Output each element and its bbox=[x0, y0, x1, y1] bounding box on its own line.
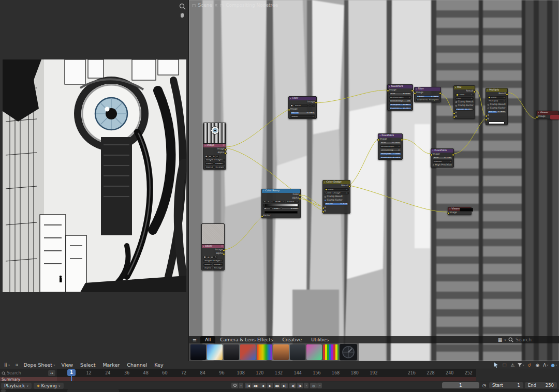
clamp-factor-checkbox[interactable] bbox=[488, 108, 490, 110]
prev-frame-button[interactable]: ◀| bbox=[289, 383, 296, 388]
filter-type-dropdown[interactable]: Diamond Sharpen bbox=[416, 99, 439, 102]
ramp-tools-dropdown[interactable] bbox=[271, 201, 274, 204]
collapse-icon[interactable]: ∨ bbox=[324, 182, 326, 184]
snap-icon[interactable]: ↺ bbox=[526, 362, 533, 369]
display-mode-icon[interactable]: ▦ bbox=[498, 337, 503, 342]
colorspace-dropdown[interactable]: sRGB bbox=[214, 162, 225, 165]
mini-toggle-a[interactable] bbox=[308, 104, 312, 108]
color-mode-dropdown[interactable]: RGB bbox=[274, 201, 286, 204]
add-stop-button[interactable]: + bbox=[263, 201, 267, 204]
socket-a-in[interactable]: A bbox=[323, 206, 350, 209]
asset-thumb-magenta-green[interactable] bbox=[306, 344, 322, 360]
filter-node-sobel[interactable]: ∨Filter Image ▣Filter Image Factor0.333 … bbox=[288, 96, 317, 119]
collapse-icon[interactable]: ∨ bbox=[538, 112, 539, 114]
variation-dropdown[interactable]: Anisotropic bbox=[380, 145, 401, 148]
clamp-result-checkbox[interactable] bbox=[325, 196, 327, 198]
alpha-dropdown[interactable]: Straight bbox=[213, 267, 223, 270]
paper-image-node[interactable]: ∨paper× Image Alpha ▣▤▥× Single Image Co… bbox=[201, 223, 225, 270]
blend-mode-dropdown[interactable]: Multiply bbox=[488, 100, 506, 103]
end-frame-field[interactable]: End250 bbox=[525, 382, 557, 388]
next-frame-button[interactable]: |▶ bbox=[297, 383, 303, 388]
filter-funnel-icon[interactable]: ∨ bbox=[518, 362, 524, 369]
play-reverse-button[interactable]: ◀ bbox=[259, 383, 266, 388]
playback-sync-button[interactable]: ◎ bbox=[310, 383, 317, 388]
filter-type-dropdown[interactable]: Sobel bbox=[290, 115, 315, 118]
auto-keying-dropdown[interactable] bbox=[239, 383, 243, 388]
chevron-down-icon[interactable]: ∨ bbox=[504, 338, 506, 341]
blend-mode-dropdown[interactable]: Mix bbox=[455, 97, 474, 100]
open-icon[interactable]: ▥ bbox=[212, 155, 215, 158]
menu-view[interactable]: View bbox=[58, 362, 77, 368]
socket-image[interactable]: Image bbox=[415, 91, 440, 95]
pos-value-field[interactable]: 0.000 bbox=[282, 207, 299, 210]
menu-key[interactable]: Key bbox=[151, 362, 166, 368]
start-frame-field[interactable]: Start1 bbox=[489, 382, 523, 388]
collapse-icon[interactable]: ∨ bbox=[416, 88, 417, 91]
image-icon[interactable]: ▣ bbox=[203, 256, 207, 259]
show-hidden-icon[interactable]: ⬚ bbox=[501, 362, 508, 369]
eccentricity-slider[interactable]: Eccentri...0.287 bbox=[389, 107, 411, 110]
interpolation-icon[interactable]: Λ∨ bbox=[542, 362, 549, 369]
menu-channel[interactable]: Channel bbox=[124, 362, 150, 368]
socket-alpha-out[interactable]: Alpha bbox=[202, 252, 224, 255]
clamp-factor-row[interactable]: Clamp Factor bbox=[323, 199, 350, 202]
browse-icon[interactable]: ▤ bbox=[209, 155, 212, 158]
current-frame-field[interactable]: 1 bbox=[442, 382, 479, 388]
asset-thumb-rainbow-swirl[interactable] bbox=[207, 344, 223, 360]
jump-to-end-button[interactable]: ▶| bbox=[281, 383, 288, 388]
filter-button[interactable]: Filter bbox=[294, 104, 308, 108]
colorspace-dropdown[interactable]: sRGB bbox=[213, 263, 223, 266]
socket-alpha-out[interactable]: Alpha bbox=[262, 197, 300, 200]
preview-icon[interactable]: ▣ bbox=[290, 104, 293, 108]
socket-result-out[interactable]: Result bbox=[454, 89, 475, 93]
handle-type-icon[interactable]: ●∨ bbox=[551, 362, 557, 369]
stop-color-swatch[interactable] bbox=[264, 211, 298, 214]
frame-ruler[interactable]: 12 24 36 48 60 72 84 96 108 120 132 144 … bbox=[57, 369, 476, 377]
zoom-gizmo[interactable] bbox=[179, 3, 186, 10]
asset-thumb-vectorscope-dial[interactable] bbox=[340, 344, 357, 360]
proportional-edit-icon[interactable]: ◉ bbox=[534, 362, 541, 369]
factor-slider[interactable]: Factor0.500 bbox=[488, 111, 506, 114]
collapse-icon[interactable]: ∨ bbox=[389, 86, 390, 88]
variation-dropdown[interactable]: Anisotropic bbox=[389, 96, 411, 99]
prev-keyframe-button[interactable]: ◀◆ bbox=[252, 383, 259, 388]
unlink-icon[interactable]: × bbox=[214, 256, 217, 259]
open-icon[interactable]: ▥ bbox=[211, 256, 214, 259]
editor-mode-button[interactable]: ⠶ bbox=[13, 361, 21, 369]
collapse-icon[interactable]: ∨ bbox=[263, 190, 264, 192]
image-node[interactable]: ∨image× Image Alpha ▣▤▥× Single Image Co… bbox=[203, 123, 226, 170]
clamp-result-checkbox[interactable] bbox=[455, 101, 458, 103]
asset-thumb-dark-gradient[interactable] bbox=[290, 344, 305, 360]
socket-color-out[interactable]: Color bbox=[262, 193, 300, 197]
kuwahara-node-1[interactable]: ∨Kuwahara Image Size8.000 Anisotropic Un… bbox=[387, 84, 413, 111]
collapse-icon[interactable]: ∨ bbox=[203, 246, 204, 248]
clamp-factor-checkbox[interactable] bbox=[455, 105, 458, 107]
menu-icon[interactable]: ≡ bbox=[189, 336, 200, 343]
only-errors-icon[interactable]: ⚠ bbox=[509, 362, 516, 369]
close-icon[interactable]: × bbox=[221, 245, 223, 248]
asset-thumb-night-scene[interactable] bbox=[190, 344, 206, 360]
socket-image-in[interactable]: Image bbox=[448, 211, 471, 215]
socket-image-out[interactable]: Image bbox=[202, 248, 224, 252]
image-datablock-row[interactable]: ▣▤▥× bbox=[202, 255, 224, 259]
menu-select[interactable]: Select bbox=[77, 362, 98, 368]
unlink-icon[interactable]: × bbox=[216, 155, 219, 158]
interpolation-dropdown[interactable]: Linear bbox=[286, 201, 299, 204]
composite-node-partial[interactable] bbox=[550, 115, 559, 119]
auto-keying-button[interactable] bbox=[231, 383, 238, 388]
sharpness-slider[interactable]: Sharpne...0.867 bbox=[389, 103, 411, 107]
asset-thumb-red-blue-split[interactable] bbox=[240, 344, 256, 360]
jump-to-start-button[interactable]: |◀ bbox=[245, 383, 252, 388]
clamp-factor-row[interactable]: Clamp Factor bbox=[454, 104, 475, 108]
factor-slider[interactable]: Factor0.767 bbox=[455, 108, 474, 111]
asset-thumb-color-columns[interactable] bbox=[323, 344, 339, 360]
blend-mode-dropdown[interactable]: Color Dodge bbox=[325, 192, 349, 195]
asset-thumb-warm-portrait[interactable] bbox=[273, 344, 289, 360]
source-dropdown[interactable]: Single Image bbox=[203, 260, 223, 263]
asset-thumb-spectrum-bars[interactable] bbox=[257, 344, 272, 360]
factor-slider[interactable]: Factor2.000 bbox=[416, 95, 439, 98]
tab-camera-lens-effects[interactable]: Camera & Lens Effects bbox=[215, 336, 277, 343]
variation-dropdown[interactable]: Classic bbox=[433, 160, 452, 163]
size-field[interactable]: Size5.100 bbox=[433, 157, 452, 160]
collapse-icon[interactable]: ∨ bbox=[487, 89, 489, 92]
